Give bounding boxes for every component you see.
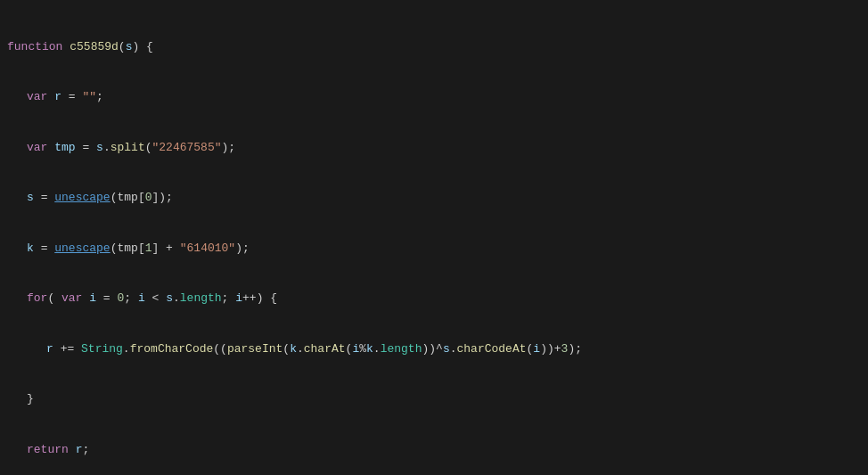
code-line-5: k = unescape(tmp[1] + "614010"); bbox=[7, 241, 861, 258]
code-line-6: for( var i = 0; i < s.length; i++) { bbox=[7, 291, 861, 307]
code-line-7: r += String.fromCharCode((parseInt(k.cha… bbox=[7, 341, 861, 358]
code-editor: function c55859d(s) { var r = ""; var tm… bbox=[7, 5, 861, 475]
code-line-8: } bbox=[7, 391, 861, 408]
code-line-4: s = unescape(tmp[0]); bbox=[7, 190, 861, 207]
code-line-3: var tmp = s.split("22467585"); bbox=[7, 140, 861, 157]
function-keyword: function bbox=[7, 40, 62, 53]
code-line-1: function c55859d(s) { bbox=[7, 39, 861, 56]
code-line-2: var r = ""; bbox=[7, 89, 861, 106]
function-name: c55859d bbox=[70, 40, 119, 53]
code-line-9: return r; bbox=[7, 442, 861, 459]
